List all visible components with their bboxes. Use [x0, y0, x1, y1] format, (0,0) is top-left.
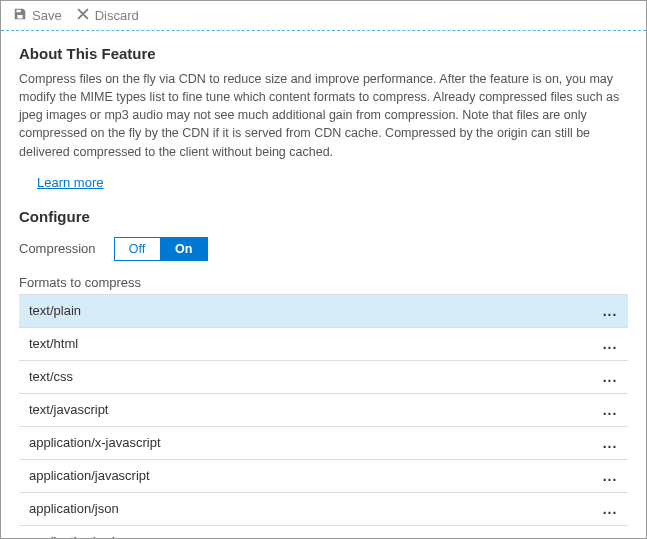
compression-toggle: Off On [114, 237, 208, 261]
format-text: text/css [19, 369, 592, 384]
learn-more-link[interactable]: Learn more [37, 175, 103, 190]
discard-label: Discard [95, 8, 139, 23]
save-button[interactable]: Save [13, 7, 62, 24]
list-item[interactable]: text/plain ... [19, 294, 628, 328]
ellipsis-icon[interactable]: ... [592, 303, 628, 319]
configure-title: Configure [19, 208, 628, 225]
content: About This Feature Compress files on the… [1, 31, 646, 539]
about-title: About This Feature [19, 45, 628, 62]
list-item[interactable]: application/xml ... [19, 525, 628, 539]
ellipsis-icon[interactable]: ... [592, 435, 628, 451]
list-item[interactable]: text/html ... [19, 327, 628, 361]
ellipsis-icon[interactable]: ... [592, 402, 628, 418]
discard-button[interactable]: Discard [76, 7, 139, 24]
save-label: Save [32, 8, 62, 23]
ellipsis-icon[interactable]: ... [592, 369, 628, 385]
toggle-off[interactable]: Off [115, 238, 161, 260]
format-text: application/json [19, 501, 592, 516]
format-list: text/plain ... text/html ... text/css ..… [19, 294, 628, 539]
toggle-on[interactable]: On [161, 238, 207, 260]
format-text: application/x-javascript [19, 435, 592, 450]
formats-label: Formats to compress [19, 275, 628, 290]
save-icon [13, 7, 27, 24]
ellipsis-icon[interactable]: ... [592, 468, 628, 484]
compression-row: Compression Off On [19, 237, 628, 261]
compression-label: Compression [19, 241, 96, 256]
about-description: Compress files on the fly via CDN to red… [19, 70, 628, 161]
x-icon [76, 7, 90, 24]
format-text: application/javascript [19, 468, 592, 483]
list-item[interactable]: application/x-javascript ... [19, 426, 628, 460]
format-text: text/html [19, 336, 592, 351]
toolbar: Save Discard [1, 1, 646, 31]
format-text: text/javascript [19, 402, 592, 417]
format-text: text/plain [19, 303, 592, 318]
format-text: application/xml [19, 534, 592, 539]
list-item[interactable]: application/json ... [19, 492, 628, 526]
ellipsis-icon[interactable]: ... [592, 501, 628, 517]
ellipsis-icon[interactable]: ... [592, 336, 628, 352]
list-item[interactable]: application/javascript ... [19, 459, 628, 493]
ellipsis-icon[interactable]: ... [592, 534, 628, 539]
list-item[interactable]: text/javascript ... [19, 393, 628, 427]
list-item[interactable]: text/css ... [19, 360, 628, 394]
